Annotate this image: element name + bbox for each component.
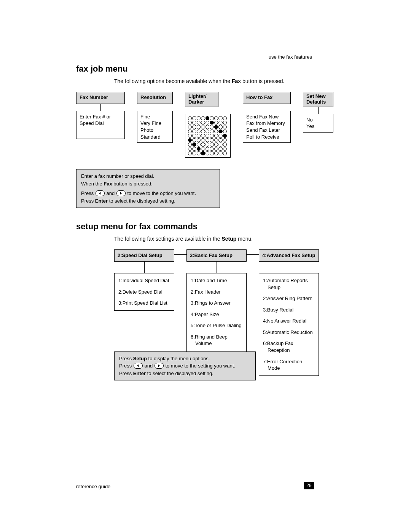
body-set-new-defaults: NoYes xyxy=(303,114,333,133)
setup-menu-diagram: 2:Speed Dial Setup 1:Individual Speed Di… xyxy=(114,249,337,380)
page-number: 29 xyxy=(304,482,314,489)
instr-line-4: Press Enter to select the displayed sett… xyxy=(81,197,215,205)
instr-line-3: Press and to move to the option you want… xyxy=(81,190,215,197)
page: use the fax features fax job menu The fo… xyxy=(0,0,411,532)
instr2-line-1: Press Setup to display the menu options. xyxy=(119,355,251,363)
head-set-new-defaults: Set NewDefaults xyxy=(303,92,333,107)
intro-1: The following options become available w… xyxy=(114,78,337,85)
heading-fax-job-menu: fax job menu xyxy=(76,64,337,74)
footer-label: reference guide xyxy=(76,484,110,489)
body-fax-number: Enter Fax # orSpeed Dial xyxy=(76,111,125,139)
instr-line-2: When the Fax button is pressed: xyxy=(81,180,215,188)
fax-job-diagram: Fax Number Enter Fax # orSpeed Dial Reso… xyxy=(76,92,337,208)
instr-box-2: Press Setup to display the menu options.… xyxy=(114,351,256,381)
head-how-to-fax: How to Fax xyxy=(243,92,291,104)
page-footer: reference guide 29 xyxy=(76,482,314,489)
head-fax-number: Fax Number xyxy=(76,92,125,104)
head-basic-fax-setup: 3:Basic Fax Setup xyxy=(186,249,247,262)
head-resolution: Resolution xyxy=(137,92,173,104)
left-arrow-icon xyxy=(134,363,143,369)
right-arrow-icon xyxy=(116,190,126,196)
instr2-line-3: Press Enter to select the displayed sett… xyxy=(119,370,251,377)
intro-2: The following fax settings are available… xyxy=(114,235,337,243)
body-speed-dial-setup: 1:Individual Speed Dial 2:Delete Speed D… xyxy=(114,273,174,311)
head-advanced-fax-setup: 4:Advanced Fax Setup xyxy=(259,249,319,262)
body-resolution: FineVery FinePhotoStandard xyxy=(137,111,173,143)
instr2-line-2: Press and to move to the setting you wan… xyxy=(119,362,251,370)
head-speed-dial-setup: 2:Speed Dial Setup xyxy=(114,249,174,262)
left-arrow-icon xyxy=(96,190,105,196)
instr-box-1: Enter a fax number or speed dial. When t… xyxy=(76,169,220,208)
body-advanced-fax-setup: 1:Automatic Reports Setup 2:Answer Ring … xyxy=(259,273,319,375)
head-lighter-darker: Lighter/Darker xyxy=(185,92,218,107)
body-how-to-fax: Send Fax NowFax from MemorySend Fax Late… xyxy=(243,111,291,143)
body-lighter-darker xyxy=(185,114,231,158)
running-header: use the fax features xyxy=(269,54,312,60)
heading-setup-menu: setup menu for fax commands xyxy=(76,222,337,232)
lighter-darker-indicator xyxy=(188,116,227,156)
right-arrow-icon xyxy=(155,363,164,369)
instr-line-1: Enter a fax number or speed dial. xyxy=(81,173,215,180)
